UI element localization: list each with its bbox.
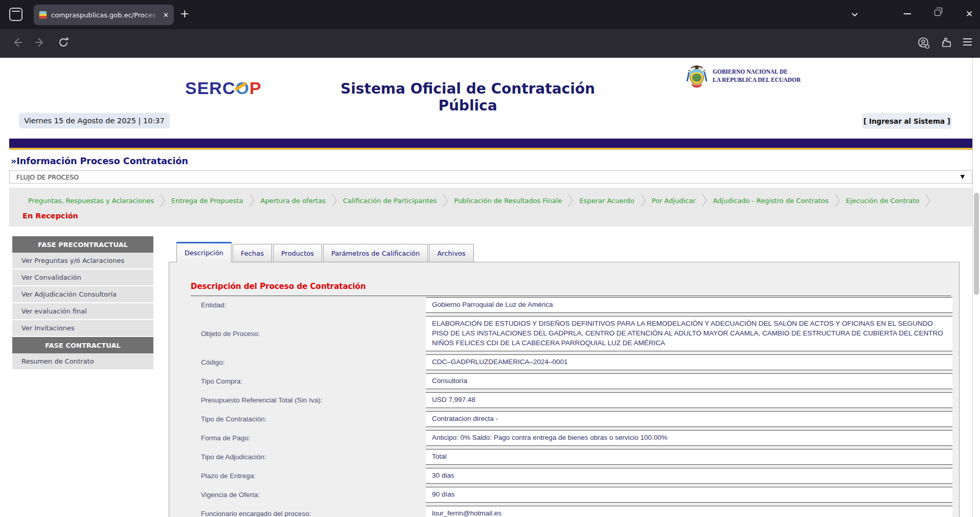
sercop-logo: SERCOP [185,78,262,98]
process-steps: Preguntas, Respuestas y Aclaraciones Ent… [9,188,972,208]
step-separator-icon [640,193,646,208]
row-value: lour_ferrin@hotmail.es [426,506,952,517]
navy-divider-bar [9,139,972,150]
list-tabs-chevron-icon[interactable] [851,10,859,18]
row-value: Anticipo: 0% Saldo: Pago contra entrega … [426,430,952,446]
date-time-display: Viernes 15 de Agosto de 2025 | 10:37 [19,113,170,128]
table-row: Tipo Compra:Consultoría [201,373,952,389]
tab-title: compraspublicas.gob.ec/Proces [51,11,160,19]
table-row: Código:CDC–GADPRLUZDEAMERICA–2024–0001 [201,354,952,370]
sidebar-item-ver-adjudicacion[interactable]: Ver Adjudicación Consultoría [12,286,153,303]
step-separator-icon [442,193,448,208]
logo-serc: SERC [185,78,235,98]
step-separator-icon [567,193,574,208]
new-tab-button[interactable]: + [180,7,189,20]
sidebar: FASE PRECONTRACTUAL Ver Preguntas y/ó Ac… [12,236,153,370]
process-flow-dropdown[interactable]: FLUJO DE PROCESO ▼ [9,170,972,184]
site-favicon-icon [39,11,47,19]
row-label: Tipo de Contratación: [201,415,426,423]
description-heading: Descripción del Proceso de Contratación [191,282,951,296]
row-label: Entidad: [201,301,426,309]
gov-line1: GOBIERNO NACIONAL DE [713,68,801,76]
back-icon[interactable] [11,36,24,49]
step-item: Ejecución de Contrato [840,197,925,205]
sidebar-item-resumen-contrato[interactable]: Resumen de Contrato [12,353,153,370]
table-row: Entidad:Gobierno Parroquial de Luz de Am… [201,297,952,313]
page-title: Sistema Oficial de Contratación Pública [314,80,621,114]
row-label: Funcionario encargado del proceso: [201,510,426,517]
detail-tabs: Descripción Fechas Productos Parámetros … [176,242,475,262]
browser-tab-strip: compraspublicas.gob.ec/Proces ✕ + ✕ [0,0,980,29]
login-button[interactable]: [ Ingresar al Sistema ] [862,113,952,129]
sidebar-item-ver-preguntas[interactable]: Ver Preguntas y/ó Aclaraciones [12,253,153,269]
row-label: Vigencia de Oferta: [201,491,426,499]
table-row: Objeto de Proceso:ELABORACIÓN DE ESTUDIO… [201,316,952,351]
step-item: Esperar Acuerdo [574,197,640,205]
step-item: Entrega de Propuesta [166,197,248,205]
step-item: Calificación de Participantes [337,197,442,205]
page-content: SERCOP Sistema Oficial de Contratación P… [0,58,973,517]
logo-p: P [249,78,262,98]
process-steps-strip: Preguntas, Respuestas y Aclaraciones Ent… [9,188,972,227]
browser-window: compraspublicas.gob.ec/Proces ✕ + ✕ www.… [0,0,980,517]
table-row: Vigencia de Oferta:90 días [201,487,952,503]
tab-descripcion[interactable]: Descripción [176,242,232,262]
description-panel: Descripción del Proceso de Contratación … [169,262,960,517]
browser-navbar: www.compraspublicas.gob.ec/ProcesoContra… [0,29,980,58]
step-item: Por Adjudicar [646,197,701,205]
tab-productos[interactable]: Productos [273,244,322,262]
table-row: Plazo de Entrega:30 dias [201,468,952,484]
government-logo: GOBIERNO NACIONAL DE LA REPUBLICA DEL EC… [685,64,801,88]
tab-fechas[interactable]: Fechas [233,244,272,262]
table-row: Forma de Pago:Anticipo: 0% Saldo: Pago c… [201,430,952,446]
row-label: Objeto de Proceso: [201,330,426,338]
table-row: Tipo de Contratación:Contratacion direct… [201,411,952,427]
sidebar-header-contractual: FASE CONTRACTUAL [12,337,153,353]
close-window-button[interactable]: ✕ [966,9,973,19]
row-label: Plazo de Entrega: [201,472,426,480]
step-item: Publicación de Resultados Finale [448,197,567,205]
reload-icon[interactable] [57,36,70,49]
row-value: Total [426,449,952,465]
step-item: Apertura de ofertas [255,197,331,205]
ecuador-coat-of-arms-icon [685,64,709,88]
table-row: Tipo de Adjudicación:Total [201,449,952,465]
row-value: CDC–GADPRLUZDEAMERICA–2024–0001 [426,354,952,370]
tab-archivos[interactable]: Archivos [429,244,473,262]
row-label: Forma de Pago: [201,434,426,442]
sidebar-item-ver-convalidacion[interactable]: Ver Convalidación [12,269,153,286]
sidebar-header-precontractual: FASE PRECONTRACTUAL [12,236,153,253]
browser-tab[interactable]: compraspublicas.gob.ec/Proces ✕ [34,5,174,25]
row-value: 90 días [426,487,952,503]
row-value: Contratacion directa - [426,411,952,427]
step-separator-icon [249,193,255,208]
forward-icon[interactable] [34,36,46,49]
process-flow-label: FLUJO DE PROCESO [16,173,79,181]
step-separator-icon [701,193,708,208]
extensions-puzzle-icon[interactable] [940,36,952,49]
account-icon[interactable] [917,36,930,50]
sidebar-item-ver-evaluacion[interactable]: Ver evaluación final [12,303,153,320]
restore-button[interactable] [935,10,941,16]
step-separator-icon [159,193,166,208]
sidebar-item-ver-invitaciones[interactable]: Ver Invitaciones [12,320,153,337]
description-table: Entidad:Gobierno Parroquial de Luz de Am… [201,297,952,517]
row-label: Tipo de Adjudicación: [201,453,426,461]
row-label: Tipo Compra: [201,377,426,385]
table-row: Funcionario encargado del proceso:lour_f… [201,506,952,517]
row-value: USD 7,997.48 [426,392,952,408]
menu-hamburger-icon[interactable] [963,38,972,46]
gov-line2: LA REPUBLICA DEL ECUADOR [713,76,801,84]
tab-close-icon[interactable]: ✕ [163,11,169,19]
status-en-recepcion: En Recepción [22,212,78,220]
firefox-view-icon[interactable] [9,8,22,21]
tab-parametros[interactable]: Parámetros de Calificación [323,244,428,262]
row-value: Gobierno Parroquial de Luz de América [426,297,952,313]
row-label: Presupuesto Referencial Total (Sin Iva): [201,396,426,404]
page-scrollbar[interactable] [972,58,980,517]
row-value: ELABORACIÓN DE ESTUDIOS Y DISEÑOS DEFINI… [426,316,952,351]
scrollbar-thumb[interactable] [974,193,979,295]
step-item: Adjudicado - Registro de Contratos [708,197,834,205]
minimize-button[interactable] [904,13,911,14]
row-value: 30 dias [426,468,952,484]
